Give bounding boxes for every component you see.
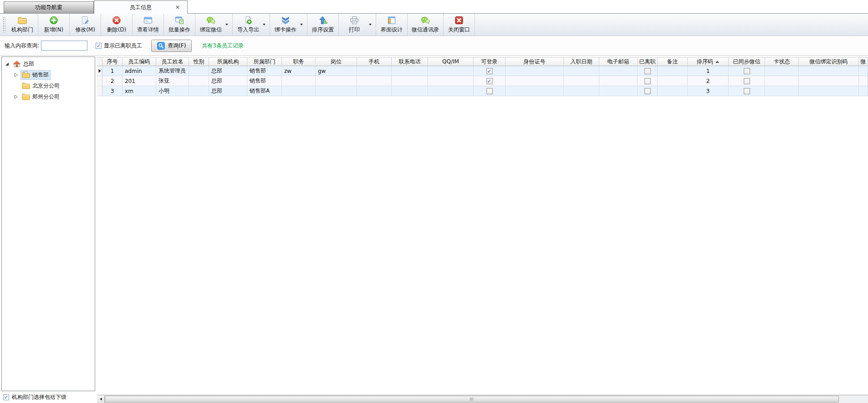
checkbox-unchecked-icon[interactable]: [644, 68, 651, 74]
column-header-phone[interactable]: 联系电话: [392, 57, 428, 66]
toolbar-button-wechat-contacts[interactable]: 微信通讯录: [408, 14, 444, 36]
table-row[interactable]: 2201张亚总部销售部2: [97, 76, 868, 86]
column-header-hire_date[interactable]: 入职日期: [564, 57, 599, 66]
column-header-name[interactable]: 员工姓名: [156, 57, 189, 66]
column-header-resigned[interactable]: 已离职: [638, 57, 658, 66]
print-icon: [349, 16, 359, 25]
column-header-seq[interactable]: 序号: [102, 57, 123, 66]
toolbar-button-add[interactable]: 新增(N): [38, 14, 70, 36]
table-row[interactable]: 3xm小明总部销售部A3: [97, 86, 868, 96]
scrollbar-track[interactable]: [839, 395, 868, 403]
include-children-checkbox[interactable]: 机构部门选择包括下级: [1, 391, 95, 403]
collapse-icon[interactable]: [5, 62, 9, 66]
print-button-body: 打印: [343, 16, 366, 34]
cell-can_login[interactable]: [474, 86, 505, 96]
toolbar-button-sort-settings[interactable]: 排序设置: [307, 14, 339, 36]
checkbox-unchecked-icon[interactable]: [486, 88, 493, 94]
toolbar-button-bind-card[interactable]: 绑卡操作: [270, 14, 307, 36]
cell-sort_code: 2: [688, 76, 729, 86]
cell-resigned[interactable]: [638, 66, 658, 76]
column-header-card_status[interactable]: 卡状态: [765, 57, 799, 66]
tree-item-zhengzhou-branch[interactable]: 郑州分公司: [2, 91, 95, 102]
column-header-overflow[interactable]: 微: [859, 57, 868, 66]
wechat-contacts-icon: [420, 16, 430, 25]
toolbar-button-close-window[interactable]: 关闭窗口: [444, 14, 475, 36]
toolbar-button-label: 打印: [349, 26, 360, 34]
tab-employee-info[interactable]: 员工信息 ✕: [94, 0, 188, 14]
checkbox-unchecked-icon[interactable]: [744, 88, 750, 94]
toolbar-button-delete[interactable]: 删除(D): [101, 14, 133, 36]
column-header-sort_code[interactable]: 排序码: [688, 57, 729, 66]
chevron-down-icon[interactable]: [263, 24, 266, 26]
toolbar-button-org-dept[interactable]: 机构部门: [7, 14, 38, 36]
toolbar-button-ui-design[interactable]: 界面设计: [376, 14, 408, 36]
cell-wechat_synced[interactable]: [729, 66, 765, 76]
bind-card-icon: [281, 16, 291, 25]
column-header-code[interactable]: 员工编码: [123, 57, 156, 66]
horizontal-scrollbar[interactable]: [97, 395, 868, 403]
column-header-dept[interactable]: 所属部门: [247, 57, 282, 66]
cell-resigned[interactable]: [638, 76, 658, 86]
add-button-body: 新增(N): [42, 16, 65, 34]
expand-icon[interactable]: [14, 94, 18, 99]
toolbar-button-modify[interactable]: 修改(M): [70, 14, 101, 36]
toolbar-button-import-export[interactable]: 导入导出: [233, 14, 270, 36]
tab-bar: 功能导航窗 员工信息 ✕: [0, 0, 868, 14]
tree-item-hq[interactable]: 总部: [2, 58, 95, 69]
scrollbar-thumb[interactable]: [105, 396, 839, 403]
table-row[interactable]: 1admin系统管理员总部销售部zwgw1: [97, 66, 868, 76]
sort-settings-button-body: 排序设置: [311, 16, 334, 34]
search-button[interactable]: 查询(F): [151, 40, 192, 52]
row-selector-cell[interactable]: [97, 76, 102, 86]
toolbar-button-batch-ops[interactable]: 批量操作: [164, 14, 195, 36]
toolbar-button-bind-wechat[interactable]: 绑定微信: [195, 14, 233, 36]
cell-wechat_synced[interactable]: [729, 86, 765, 96]
column-header-gender[interactable]: 性别: [189, 57, 209, 66]
checkbox-checked-icon[interactable]: [486, 78, 493, 84]
column-header-can_login[interactable]: 可登录: [474, 57, 505, 66]
column-header-note[interactable]: 备注: [658, 57, 688, 66]
column-header-id_no[interactable]: 身份证号: [505, 57, 564, 66]
chevron-down-icon[interactable]: [300, 24, 303, 26]
checkbox-unchecked-icon[interactable]: [744, 78, 750, 84]
column-header-post[interactable]: 岗位: [316, 57, 357, 66]
tree-item-sales-dept[interactable]: 销售部: [2, 69, 95, 80]
toolbar-grip[interactable]: [3, 17, 5, 32]
checkbox-unchecked-icon[interactable]: [744, 68, 750, 74]
toolbar-button-view-detail[interactable]: 查看详情: [133, 14, 164, 36]
cell-resigned[interactable]: [638, 86, 658, 96]
tree-item-beijing-branch[interactable]: 北京分公司: [2, 80, 95, 91]
row-selector-cell[interactable]: [97, 86, 102, 96]
result-count-text: 共有3条员工记录: [202, 42, 244, 50]
checkbox-unchecked-icon[interactable]: [644, 78, 651, 84]
column-header-wechat_bind[interactable]: 微信绑定识别码: [799, 57, 859, 66]
chevron-down-icon[interactable]: [225, 24, 228, 26]
cell-id_no: [505, 76, 564, 86]
search-button-label: 查询(F): [168, 42, 186, 50]
column-header-email[interactable]: 电子邮箱: [599, 57, 638, 66]
expand-icon[interactable]: [14, 72, 18, 77]
cell-gender: [189, 86, 209, 96]
tab-function-nav[interactable]: 功能导航窗: [4, 1, 94, 13]
column-header-duty[interactable]: 职务: [282, 57, 316, 66]
main-content: 总部销售部北京分公司郑州分公司 机构部门选择包括下级 序号员工编码员工姓名性别所…: [0, 56, 868, 403]
cell-wechat_synced[interactable]: [729, 76, 765, 86]
row-selector-cell[interactable]: [97, 66, 102, 76]
column-header-label: 所属机构: [217, 58, 239, 66]
scroll-left-button[interactable]: [97, 395, 105, 403]
chevron-down-icon[interactable]: [369, 24, 372, 26]
column-header-org[interactable]: 所属机构: [209, 57, 247, 66]
column-header-mobile[interactable]: 手机: [357, 57, 392, 66]
close-tab-icon[interactable]: ✕: [174, 4, 181, 10]
query-input[interactable]: [41, 41, 87, 51]
cell-can_login[interactable]: [474, 66, 505, 76]
checkbox-checked-icon[interactable]: [486, 68, 493, 74]
column-header-wechat_synced[interactable]: 已同步微信: [729, 57, 765, 66]
show-resigned-checkbox[interactable]: 显示已离职员工: [96, 42, 142, 50]
column-header-qq[interactable]: QQ/IM: [428, 57, 474, 66]
checkbox-unchecked-icon[interactable]: [644, 88, 651, 94]
search-icon: [157, 42, 165, 50]
toolbar-button-print[interactable]: 打印: [339, 14, 376, 36]
cell-id_no: [505, 86, 564, 96]
cell-can_login[interactable]: [474, 76, 505, 86]
